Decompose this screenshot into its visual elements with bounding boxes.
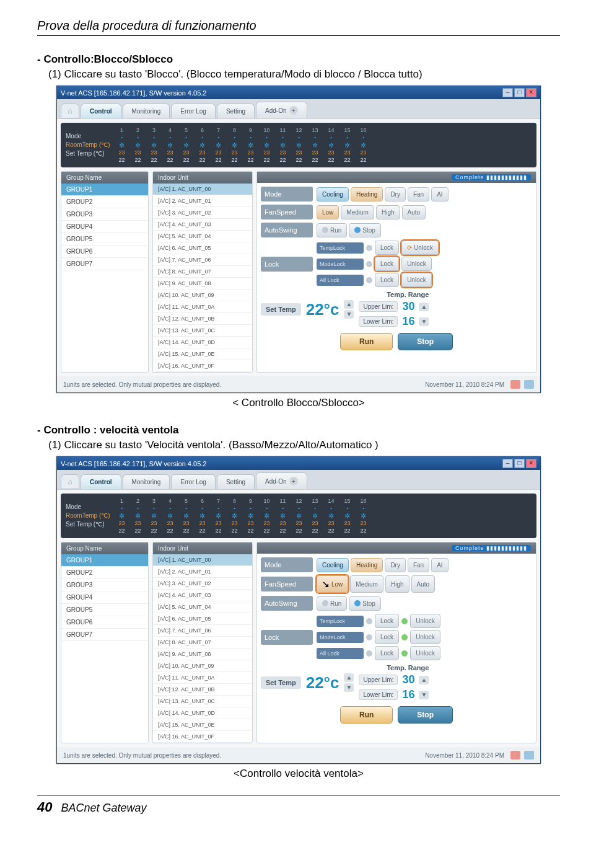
tab-errorlog-2[interactable]: Error Log	[171, 474, 216, 489]
group-item[interactable]: GROUP1	[61, 554, 148, 567]
templock-unlock[interactable]: ⟳ Unlock	[401, 241, 439, 255]
unit-cell[interactable]: 9•✲2322	[244, 497, 258, 534]
group-item[interactable]: GROUP6	[61, 246, 148, 258]
indoor-unit-item[interactable]: [A/C] 11. AC_UNIT_0A	[153, 672, 252, 684]
upper-up-2[interactable]: ▲	[419, 676, 429, 684]
fan-medium-2[interactable]: Medium	[350, 575, 383, 593]
indoor-unit-item[interactable]: [A/C] 14. AC_UNIT_0D	[153, 707, 252, 719]
unit-cell[interactable]: 15•✲2322	[341, 497, 354, 534]
unit-cell[interactable]: 8•✲2322	[228, 126, 242, 164]
unit-cell[interactable]: 4•✲2322	[164, 126, 177, 164]
temp-up-button-2[interactable]: ▲	[344, 673, 354, 682]
indoor-unit-item[interactable]: [A/C] 3. AC_UNIT_02	[153, 207, 252, 219]
group-item[interactable]: GROUP2	[61, 196, 148, 208]
tab-addon-2[interactable]: Add-On+	[256, 472, 307, 489]
indoor-unit-item[interactable]: [A/C] 2. AC_UNIT_01	[153, 566, 252, 578]
unit-cell[interactable]: 12•✲2322	[292, 126, 306, 164]
indoor-unit-item[interactable]: [A/C] 6. AC_UNIT_05	[153, 613, 252, 625]
indoor-unit-item[interactable]: [A/C] 5. AC_UNIT_04	[153, 601, 252, 613]
tab-monitoring[interactable]: Monitoring	[123, 104, 170, 118]
indoor-unit-item[interactable]: [A/C] 2. AC_UNIT_01	[153, 195, 252, 207]
indoor-unit-item[interactable]: [A/C] 12. AC_UNIT_0B	[153, 313, 252, 325]
unit-cell[interactable]: 16•✲2322	[357, 126, 370, 164]
indoor-unit-item[interactable]: [A/C] 4. AC_UNIT_03	[153, 219, 252, 231]
stop-button[interactable]: Stop	[398, 333, 453, 350]
lower-down-2[interactable]: ▼	[419, 691, 429, 699]
mode-dry[interactable]: Dry	[385, 187, 406, 202]
indoor-unit-item[interactable]: [A/C] 9. AC_UNIT_08	[153, 649, 252, 660]
unit-cell[interactable]: 11•✲2322	[276, 126, 290, 164]
unit-cell[interactable]: 5•✲2322	[180, 497, 193, 534]
autoswing-stop-2[interactable]: Stop	[349, 596, 381, 611]
close-button[interactable]: ×	[526, 88, 536, 97]
mode-cooling[interactable]: Cooling	[317, 187, 349, 202]
alllock-unlock-2[interactable]: Unlock	[410, 646, 440, 660]
indoor-unit-item[interactable]: [A/C] 16. AC_UNIT_0F	[153, 360, 252, 372]
unit-cell[interactable]: 13•✲2322	[309, 497, 322, 534]
unit-cell[interactable]: 1•✲2322	[115, 126, 129, 164]
indoor-unit-item[interactable]: [A/C] 4. AC_UNIT_03	[153, 590, 252, 601]
fan-high-2[interactable]: High	[385, 575, 409, 593]
group-item[interactable]: GROUP5	[61, 604, 148, 616]
unit-cell[interactable]: 6•✲2322	[196, 497, 209, 534]
group-item[interactable]: GROUP4	[61, 591, 148, 604]
unit-cell[interactable]: 4•✲2322	[164, 497, 177, 534]
indoor-unit-item[interactable]: [A/C] 13. AC_UNIT_0C	[153, 696, 252, 707]
modelock-unlock-2[interactable]: Unlock	[410, 630, 440, 644]
group-item[interactable]: GROUP6	[61, 616, 148, 629]
unit-cell[interactable]: 5•✲2322	[180, 126, 193, 164]
tab-setting[interactable]: Setting	[217, 104, 255, 118]
indoor-unit-item[interactable]: [A/C] 9. AC_UNIT_08	[153, 278, 252, 290]
fan-high[interactable]: High	[376, 205, 400, 219]
stop-button-2[interactable]: Stop	[398, 706, 453, 724]
unit-cell[interactable]: 10•✲2322	[260, 497, 274, 534]
indoor-unit-item[interactable]: [A/C] 14. AC_UNIT_0D	[153, 337, 252, 348]
autoswing-stop[interactable]: Stop	[349, 223, 381, 237]
indoor-unit-item[interactable]: [A/C] 1. AC_UNIT_00	[153, 184, 252, 195]
mode-ai[interactable]: AI	[431, 187, 448, 202]
modelock-lock-2[interactable]: Lock	[375, 630, 399, 644]
minimize-button[interactable]: –	[502, 88, 513, 97]
indoor-unit-item[interactable]: [A/C] 3. AC_UNIT_02	[153, 578, 252, 590]
templock-unlock-2[interactable]: Unlock	[410, 614, 440, 628]
alllock-lock[interactable]: Lock	[375, 273, 399, 287]
unit-cell[interactable]: 7•✲2322	[212, 126, 225, 164]
run-button[interactable]: Run	[340, 333, 393, 350]
autoswing-run[interactable]: Run	[317, 223, 347, 237]
modelock-lock[interactable]: Lock	[375, 257, 399, 271]
templock-lock-2[interactable]: Lock	[375, 614, 399, 628]
group-item[interactable]: GROUP7	[61, 629, 148, 641]
mode-fan[interactable]: Fan	[408, 187, 429, 202]
temp-down-button-2[interactable]: ▼	[344, 683, 354, 692]
tab-errorlog[interactable]: Error Log	[171, 104, 216, 118]
tab-control-2[interactable]: Control	[81, 474, 121, 489]
modelock-unlock[interactable]: Unlock	[401, 257, 432, 271]
group-item[interactable]: GROUP1	[61, 184, 148, 196]
close-button-2[interactable]: ×	[526, 459, 536, 468]
maximize-button-2[interactable]: □	[514, 459, 525, 468]
home-tab[interactable]: ⌂	[61, 104, 79, 118]
unit-cell[interactable]: 3•✲2322	[147, 126, 161, 164]
indoor-unit-item[interactable]: [A/C] 15. AC_UNIT_0E	[153, 348, 252, 360]
alllock-lock-2[interactable]: Lock	[375, 646, 399, 660]
group-item[interactable]: GROUP4	[61, 221, 148, 233]
fan-auto-2[interactable]: Auto	[411, 575, 436, 593]
autoswing-run-2[interactable]: Run	[317, 596, 347, 611]
mode-fan-2[interactable]: Fan	[408, 558, 429, 572]
mode-cooling-2[interactable]: Cooling	[317, 558, 349, 572]
unit-cell[interactable]: 6•✲2322	[196, 126, 209, 164]
unit-cell[interactable]: 16•✲2322	[357, 497, 370, 534]
unit-cell[interactable]: 2•✲2322	[131, 497, 145, 534]
indoor-unit-item[interactable]: [A/C] 16. AC_UNIT_0F	[153, 731, 252, 743]
fan-low-2[interactable]: ↘ Low	[317, 575, 348, 593]
indoor-unit-item[interactable]: [A/C] 5. AC_UNIT_04	[153, 231, 252, 242]
indoor-unit-item[interactable]: [A/C] 12. AC_UNIT_0B	[153, 684, 252, 696]
home-tab-2[interactable]: ⌂	[61, 474, 79, 489]
temp-up-button[interactable]: ▲	[344, 300, 354, 309]
fan-auto[interactable]: Auto	[402, 205, 426, 219]
unit-cell[interactable]: 9•✲2322	[244, 126, 258, 164]
indoor-unit-item[interactable]: [A/C] 8. AC_UNIT_07	[153, 637, 252, 649]
unit-cell[interactable]: 14•✲2322	[325, 126, 338, 164]
indoor-unit-item[interactable]: [A/C] 8. AC_UNIT_07	[153, 266, 252, 278]
unit-cell[interactable]: 12•✲2322	[292, 497, 306, 534]
